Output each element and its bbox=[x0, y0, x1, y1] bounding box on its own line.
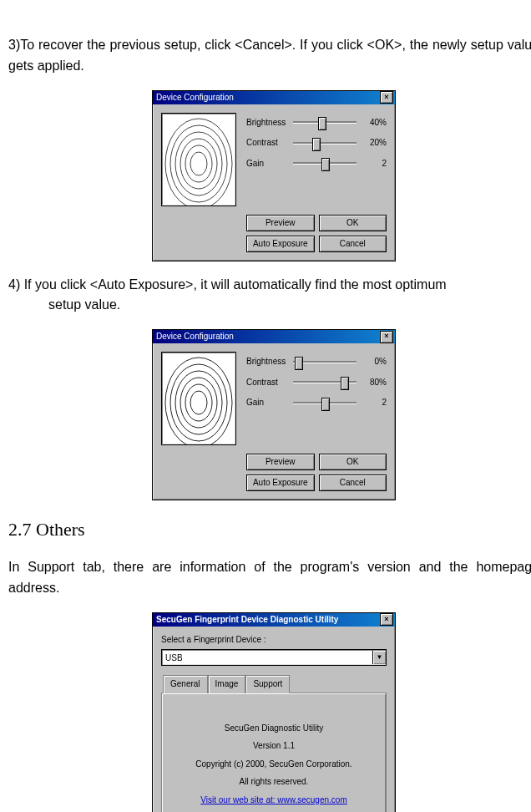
gain-row: Gain 2 bbox=[246, 396, 387, 409]
device-config-dialog: Device Configuration × Bri bbox=[152, 329, 396, 500]
tab-general[interactable]: General bbox=[163, 675, 208, 693]
gain-value: 2 bbox=[362, 157, 387, 170]
device-select[interactable]: USB ▼ bbox=[161, 649, 387, 666]
svg-point-4 bbox=[170, 125, 227, 202]
preview-button[interactable]: Preview bbox=[246, 454, 315, 470]
contrast-slider[interactable] bbox=[293, 137, 357, 149]
contrast-value: 20% bbox=[362, 136, 387, 150]
device-select-value: USB bbox=[162, 652, 372, 665]
svg-point-10 bbox=[170, 364, 227, 441]
figure-diagnostic-utility: SecuGen Fingerprint Device Diagnostic Ut… bbox=[8, 612, 531, 812]
titlebar: SecuGen Fingerprint Device Diagnostic Ut… bbox=[153, 613, 395, 627]
close-icon[interactable]: × bbox=[380, 91, 393, 104]
select-device-label: Select a Fingerprint Device : bbox=[161, 633, 387, 647]
support-version: Version 1.1 bbox=[170, 739, 377, 753]
svg-point-9 bbox=[175, 371, 222, 434]
svg-point-3 bbox=[175, 132, 222, 195]
close-icon[interactable]: × bbox=[380, 331, 393, 343]
support-rights: All rights reserved. bbox=[170, 775, 377, 789]
brightness-value: 40% bbox=[362, 116, 387, 129]
brightness-slider[interactable] bbox=[293, 356, 357, 368]
window-title: Device Configuration bbox=[156, 330, 380, 343]
gain-slider[interactable] bbox=[293, 157, 357, 169]
diagnostic-dialog: SecuGen Fingerprint Device Diagnostic Ut… bbox=[152, 612, 396, 812]
support-tab-pane: SecuGen Diagnostic Utility Version 1.1 C… bbox=[161, 693, 387, 812]
device-config-dialog: Device Configuration × Bri bbox=[152, 90, 396, 261]
cancel-button[interactable]: Cancel bbox=[319, 236, 387, 252]
fingerprint-preview bbox=[161, 352, 236, 445]
brightness-slider[interactable] bbox=[293, 116, 357, 128]
paragraph-step3: 3)To recover the previous setup, click <… bbox=[8, 35, 531, 77]
window-title: SecuGen Fingerprint Device Diagnostic Ut… bbox=[156, 613, 380, 627]
titlebar: Device Configuration × bbox=[153, 330, 395, 343]
svg-point-1 bbox=[185, 145, 212, 182]
gain-label: Gain bbox=[246, 396, 288, 409]
paragraph-step4-line1: 4) If you click <Auto Exposure>, it will… bbox=[8, 275, 531, 296]
brightness-row: Brightness 40% bbox=[246, 116, 387, 129]
svg-point-8 bbox=[180, 378, 217, 428]
gain-label: Gain bbox=[246, 157, 288, 170]
contrast-row: Contrast 80% bbox=[246, 376, 387, 389]
svg-point-2 bbox=[180, 139, 217, 189]
support-product-name: SecuGen Diagnostic Utility bbox=[170, 722, 377, 735]
svg-point-7 bbox=[185, 384, 212, 421]
support-website-link[interactable]: Visit our web site at: www.secugen.com bbox=[200, 795, 346, 804]
window-title: Device Configuration bbox=[156, 91, 380, 104]
close-icon[interactable]: × bbox=[380, 613, 393, 626]
fingerprint-preview bbox=[161, 113, 236, 206]
auto-exposure-button[interactable]: Auto Exposure bbox=[246, 236, 315, 252]
ok-button[interactable]: OK bbox=[319, 454, 387, 470]
svg-point-6 bbox=[190, 391, 207, 414]
contrast-slider[interactable] bbox=[293, 376, 357, 388]
tab-image[interactable]: Image bbox=[208, 675, 246, 693]
tab-strip: General Image Support bbox=[161, 674, 387, 693]
support-copyright: Copyright (c) 2000, SecuGen Corporation. bbox=[170, 758, 377, 771]
auto-exposure-button[interactable]: Auto Exposure bbox=[246, 475, 315, 491]
contrast-value: 80% bbox=[362, 376, 387, 389]
figure-device-config-2: Device Configuration × Bri bbox=[8, 329, 531, 500]
section-heading-others: 2.7 Others bbox=[8, 515, 531, 544]
brightness-label: Brightness bbox=[246, 355, 288, 368]
brightness-row: Brightness 0% bbox=[246, 355, 387, 368]
preview-button[interactable]: Preview bbox=[246, 215, 315, 231]
paragraph-step4-line2: setup value. bbox=[8, 295, 531, 316]
ok-button[interactable]: OK bbox=[319, 215, 387, 231]
chevron-down-icon[interactable]: ▼ bbox=[372, 651, 386, 664]
figure-device-config-1: Device Configuration × Bri bbox=[8, 90, 531, 261]
contrast-label: Contrast bbox=[246, 376, 288, 389]
contrast-row: Contrast 20% bbox=[246, 136, 387, 150]
gain-slider[interactable] bbox=[293, 397, 357, 409]
cancel-button[interactable]: Cancel bbox=[319, 475, 387, 491]
svg-point-0 bbox=[190, 152, 207, 175]
brightness-value: 0% bbox=[362, 355, 387, 368]
contrast-label: Contrast bbox=[246, 136, 288, 150]
paragraph-others: In Support tab, there are information of… bbox=[8, 557, 531, 599]
gain-value: 2 bbox=[362, 396, 387, 409]
brightness-label: Brightness bbox=[246, 116, 288, 129]
gain-row: Gain 2 bbox=[246, 157, 387, 170]
titlebar: Device Configuration × bbox=[153, 91, 395, 104]
tab-support[interactable]: Support bbox=[245, 675, 290, 693]
